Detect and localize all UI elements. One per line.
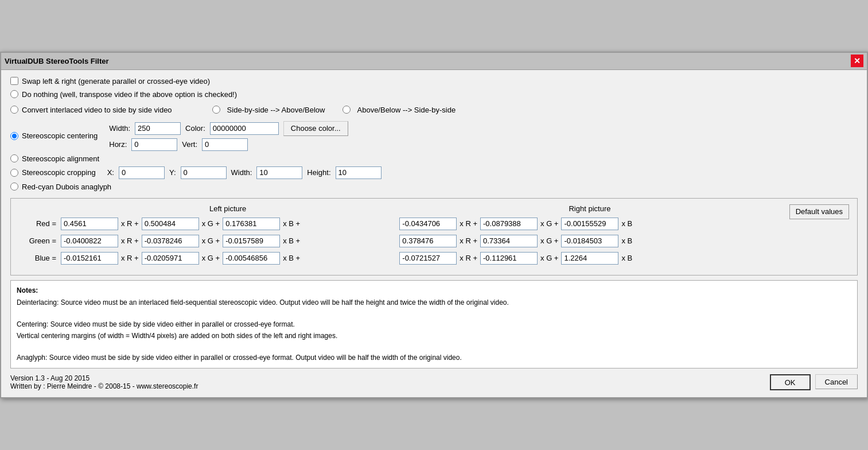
radio-above-to-side-label[interactable]: Above/Below --> Side-by-side: [357, 106, 456, 114]
left-red-g[interactable]: [142, 218, 199, 230]
notes-section: Notes: Deinterlacing: Source video must …: [10, 280, 858, 368]
centering-params: Width: Color: Choose color... Horz: Vert…: [109, 121, 348, 151]
op-lg-g: x G +: [202, 236, 220, 245]
height-input[interactable]: [336, 166, 382, 179]
radio-side-to-above-label[interactable]: Side-by-side --> Above/Below: [227, 106, 325, 114]
title-bar: VirtualDUB StereoTools Filter ✕: [1, 53, 867, 70]
right-matrix-title: Right picture: [399, 204, 780, 213]
notes-line-2: Centering: Source video must be side by …: [17, 319, 851, 330]
op-rb-g: x G +: [540, 254, 558, 262]
color-input[interactable]: [210, 122, 279, 135]
op-rr-b: x B: [621, 219, 632, 228]
matrix-inner: Left picture Red = x R + x G + x B + Gre…: [19, 204, 849, 269]
op-lr-r: x R +: [121, 219, 139, 228]
notes-line-3: Vertical centering margins (of width = W…: [17, 331, 851, 342]
left-red-r[interactable]: [61, 218, 118, 230]
op-rb-b: x B: [621, 254, 632, 262]
notes-line-4: Anaglyph: Source video must be side by s…: [17, 352, 851, 363]
radio-do-nothing[interactable]: [10, 90, 18, 98]
radio-stereoscopic-centering[interactable]: [10, 132, 18, 140]
right-blue-r[interactable]: [399, 252, 457, 265]
left-red-b[interactable]: [223, 218, 280, 230]
cropping-params: X: Y: Width: Height:: [107, 166, 382, 179]
op-lb-g: x G +: [202, 254, 220, 262]
author-text: Written by : Pierre Meindre - © 2008-15 …: [10, 382, 198, 390]
close-button[interactable]: ✕: [851, 55, 863, 67]
right-blue-g[interactable]: [480, 252, 538, 265]
matrix-blue-right: x R + x G + x B: [399, 252, 780, 265]
width2-input[interactable]: [256, 166, 302, 179]
left-blue-r[interactable]: [61, 252, 118, 265]
default-values-button[interactable]: Default values: [789, 204, 849, 219]
right-blue-b[interactable]: [561, 252, 618, 265]
left-green-r[interactable]: [61, 235, 118, 247]
swap-checkbox-row: Swap left & right (generate parallel or …: [10, 77, 858, 86]
radio-row-2-block: Convert interlaced video to side by side…: [10, 106, 858, 118]
footer: Version 1.3 - Aug 20 2015 Written by : P…: [10, 374, 858, 390]
green-label-left: Green =: [19, 236, 56, 245]
width-label: Width:: [109, 124, 130, 133]
vert-label: Vert:: [182, 140, 197, 149]
left-blue-g[interactable]: [142, 252, 199, 265]
centering-row1: Width: Color: Choose color...: [109, 121, 348, 136]
ok-button[interactable]: OK: [770, 374, 811, 390]
op-lg-r: x R +: [121, 236, 139, 245]
matrix-green-right: x R + x G + x B: [399, 235, 780, 247]
op-rr-r: x R +: [460, 219, 477, 228]
radio-row-2: Convert interlaced video to side by side…: [10, 106, 858, 114]
left-blue-b[interactable]: [223, 252, 280, 265]
height-label: Height:: [307, 168, 330, 177]
x-label: X:: [107, 168, 114, 177]
y-input[interactable]: [181, 166, 227, 179]
radio-stereoscopic-cropping[interactable]: [10, 169, 18, 177]
radio-side-to-above[interactable]: [212, 106, 220, 114]
radio-above-to-side[interactable]: [342, 106, 351, 114]
main-window: VirtualDUB StereoTools Filter ✕ Swap lef…: [0, 52, 868, 398]
right-red-g[interactable]: [480, 218, 538, 230]
vert-input[interactable]: [202, 138, 248, 151]
matrix-blue-left: Blue = x R + x G + x B +: [19, 252, 399, 265]
horz-input[interactable]: [131, 138, 177, 151]
version-text: Version 1.3 - Aug 20 2015: [10, 374, 198, 382]
right-red-b[interactable]: [561, 218, 618, 230]
op-lb-r: x R +: [121, 254, 139, 262]
left-matrix-title: Left picture: [56, 204, 399, 213]
matrix-section: Left picture Red = x R + x G + x B + Gre…: [10, 198, 858, 276]
radio-convert-interlaced[interactable]: [10, 106, 18, 114]
blue-label-left: Blue =: [19, 254, 56, 262]
choose-color-button[interactable]: Choose color...: [283, 121, 348, 136]
matrix-green-left: Green = x R + x G + x B +: [19, 235, 399, 247]
red-label-left: Red =: [19, 219, 56, 228]
swap-label[interactable]: Swap left & right (generate parallel or …: [22, 77, 210, 86]
right-green-g[interactable]: [480, 235, 538, 247]
notes-line-1: Deinterlacing: Source video must be an i…: [17, 297, 851, 308]
radio-anaglyph-label[interactable]: Red-cyan Dubois anaglyph: [22, 183, 111, 191]
default-values-container: Default values: [780, 204, 849, 219]
radio-convert-interlaced-label[interactable]: Convert interlaced video to side by side…: [22, 106, 172, 114]
radio-stereoscopic-alignment[interactable]: [10, 154, 18, 162]
radio-stereoscopic-cropping-label[interactable]: Stereoscopic cropping: [22, 168, 96, 177]
window-title: VirtualDUB StereoTools Filter: [5, 57, 109, 65]
right-red-r[interactable]: [399, 218, 457, 230]
radio-do-nothing-label[interactable]: Do nothing (well, transpose video if the…: [22, 90, 237, 99]
radio-alignment-row: Stereoscopic alignment: [10, 154, 858, 163]
radio-stereoscopic-centering-label[interactable]: Stereoscopic centering: [22, 131, 98, 140]
op-rg-r: x R +: [460, 236, 477, 245]
x-input[interactable]: [119, 166, 165, 179]
right-green-b[interactable]: [561, 235, 618, 247]
radio-row-6: Red-cyan Dubois anaglyph: [10, 183, 858, 191]
width-input[interactable]: [135, 122, 181, 135]
dialog-content: Swap left & right (generate parallel or …: [1, 70, 867, 397]
left-green-g[interactable]: [142, 235, 199, 247]
left-matrix: Left picture Red = x R + x G + x B + Gre…: [19, 204, 399, 269]
cancel-button[interactable]: Cancel: [815, 374, 858, 389]
width2-label: Width:: [231, 168, 252, 177]
left-green-b[interactable]: [223, 235, 280, 247]
right-matrix: Right picture x R + x G + x B x R +: [399, 204, 780, 269]
horz-label: Horz:: [109, 140, 127, 149]
swap-checkbox[interactable]: [10, 77, 18, 85]
radio-stereoscopic-alignment-label[interactable]: Stereoscopic alignment: [22, 154, 99, 163]
color-label: Color:: [185, 124, 205, 133]
right-green-r[interactable]: [399, 235, 457, 247]
radio-anaglyph[interactable]: [10, 183, 18, 191]
